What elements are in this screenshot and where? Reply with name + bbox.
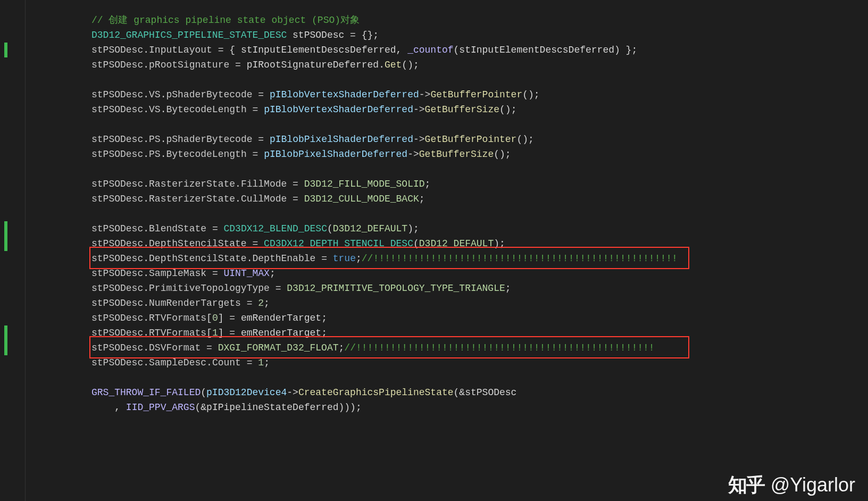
code-line[interactable]	[91, 72, 868, 87]
code-line[interactable]: stPSODesc.RasterizerState.FillMode = D3D…	[91, 177, 868, 191]
change-mark-icon	[4, 43, 7, 57]
code-line[interactable]	[91, 162, 868, 177]
code-line[interactable]: stPSODesc.VS.pShaderBytecode = pIBlobVer…	[91, 87, 868, 102]
code-line[interactable]: stPSODesc.InputLayout = { stInputElement…	[91, 43, 868, 57]
change-mark-icon	[4, 325, 7, 355]
code-line[interactable]: stPSODesc.BlendState = CD3DX12_BLEND_DES…	[91, 221, 868, 236]
editor-gutter	[0, 0, 26, 501]
code-editor[interactable]: // 创建 graphics pipeline state object (PS…	[0, 0, 868, 501]
code-line[interactable]: // 创建 graphics pipeline state object (PS…	[91, 13, 868, 28]
code-line[interactable]: GRS_THROW_IF_FAILED(pID3D12Device4->Crea…	[91, 385, 868, 400]
code-line[interactable]: stPSODesc.RTVFormats[1] = emRenderTarget…	[91, 325, 868, 340]
code-line[interactable]: stPSODesc.VS.BytecodeLength = pIBlobVert…	[91, 102, 868, 117]
watermark: 知乎 @Yigarlor	[728, 478, 855, 492]
code-line[interactable]: stPSODesc.PS.pShaderBytecode = pIBlobPix…	[91, 132, 868, 147]
code-line[interactable]: stPSODesc.DepthStencilState = CD3DX12_DE…	[91, 236, 868, 251]
change-mark-icon	[4, 221, 7, 251]
code-line[interactable]: stPSODesc.DSVFormat = DXGI_FORMAT_D32_FL…	[91, 340, 868, 355]
code-line[interactable]: stPSODesc.SampleDesc.Count = 1;	[91, 355, 868, 370]
code-line[interactable]: stPSODesc.RTVFormats[0] = emRenderTarget…	[91, 311, 868, 325]
code-line[interactable]: stPSODesc.DepthStencilState.DepthEnable …	[91, 251, 868, 266]
code-line[interactable]: stPSODesc.PS.BytecodeLength = pIBlobPixe…	[91, 147, 868, 162]
code-line[interactable]: stPSODesc.PrimitiveTopologyType = D3D12_…	[91, 281, 868, 296]
code-line[interactable]	[91, 370, 868, 385]
code-line[interactable]: , IID_PPV_ARGS(&pIPipelineStateDeferred)…	[91, 400, 868, 415]
code-line[interactable]: D3D12_GRAPHICS_PIPELINE_STATE_DESC stPSO…	[91, 28, 868, 43]
fold-column	[26, 0, 34, 501]
watermark-author: @Yigarlor	[771, 478, 855, 492]
code-line[interactable]: stPSODesc.NumRenderTargets = 2;	[91, 296, 868, 311]
code-content[interactable]: // 创建 graphics pipeline state object (PS…	[34, 0, 868, 501]
code-line[interactable]: stPSODesc.SampleMask = UINT_MAX;	[91, 266, 868, 281]
zhihu-logo-icon: 知乎	[728, 478, 764, 492]
code-line[interactable]: stPSODesc.RasterizerState.CullMode = D3D…	[91, 191, 868, 206]
code-line[interactable]: stPSODesc.pRootSignature = pIRootSignatu…	[91, 57, 868, 72]
code-line[interactable]	[91, 206, 868, 221]
code-line[interactable]	[91, 117, 868, 132]
